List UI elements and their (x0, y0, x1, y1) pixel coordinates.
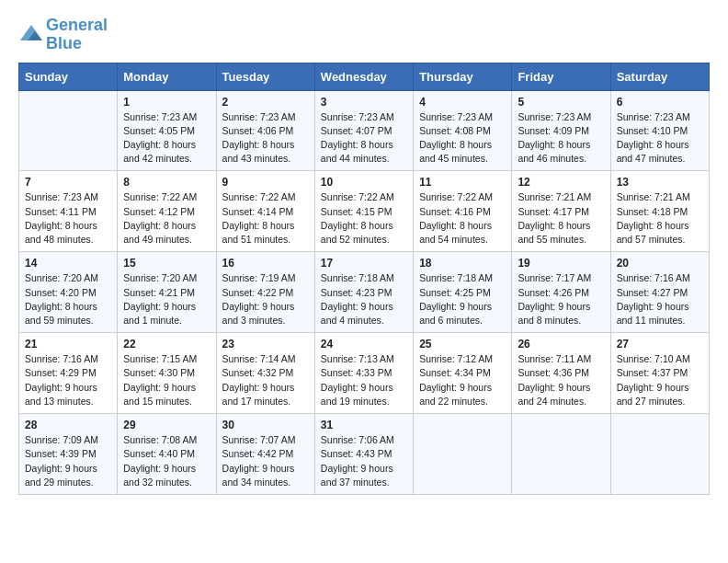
cell-info-line: Daylight: 9 hours (321, 462, 407, 476)
day-number: 23 (222, 338, 309, 350)
header-row: SundayMondayTuesdayWednesdayThursdayFrid… (19, 63, 710, 90)
cell-info-line: Sunrise: 7:07 AM (222, 433, 309, 447)
day-number: 16 (222, 257, 309, 270)
calendar-cell: 26Sunrise: 7:11 AMSunset: 4:36 PMDayligh… (512, 333, 610, 414)
cell-info-line: and 44 minutes. (321, 152, 407, 166)
cell-info-line: and 47 minutes. (617, 152, 703, 166)
cell-info-line: Daylight: 9 hours (123, 381, 210, 395)
page: General Blue SundayMondayTuesdayWednesda… (0, 0, 728, 506)
day-number: 4 (419, 96, 506, 109)
cell-info-line: Sunset: 4:16 PM (419, 205, 506, 219)
calendar-cell: 1Sunrise: 7:23 AMSunset: 4:05 PMDaylight… (118, 90, 216, 171)
cell-info-line: and 32 minutes. (123, 476, 210, 489)
cell-info-line: and 15 minutes. (123, 395, 210, 408)
cell-info-line: and 42 minutes. (123, 152, 210, 166)
cell-info-line: Sunrise: 7:16 AM (25, 352, 111, 366)
calendar-cell: 30Sunrise: 7:07 AMSunset: 4:42 PMDayligh… (216, 414, 314, 495)
cell-info-line: Sunset: 4:30 PM (123, 366, 210, 380)
cell-info-line: Sunrise: 7:17 AM (518, 271, 604, 285)
cell-info-line: and 3 minutes. (222, 314, 309, 327)
header-cell-sunday: Sunday (19, 63, 118, 90)
cell-info-line: Sunset: 4:17 PM (518, 205, 604, 219)
day-number: 18 (419, 257, 506, 270)
day-number: 12 (518, 176, 604, 189)
cell-info-line: Sunrise: 7:21 AM (518, 190, 604, 204)
cell-info-line: and 19 minutes. (321, 395, 407, 408)
cell-info-line: Sunrise: 7:12 AM (419, 352, 506, 366)
cell-info-line: Sunset: 4:18 PM (617, 205, 703, 219)
cell-info-line: Sunset: 4:23 PM (321, 286, 407, 300)
cell-info-line: Sunrise: 7:23 AM (25, 190, 111, 204)
calendar-cell: 27Sunrise: 7:10 AMSunset: 4:37 PMDayligh… (610, 333, 709, 414)
cell-info-line: Sunset: 4:12 PM (123, 205, 210, 219)
cell-info-line: Daylight: 8 hours (123, 138, 210, 152)
cell-info-line: Sunset: 4:06 PM (222, 124, 309, 138)
header-cell-thursday: Thursday (414, 63, 512, 90)
calendar-week-1: 1Sunrise: 7:23 AMSunset: 4:05 PMDaylight… (19, 90, 710, 171)
cell-info-line: Sunrise: 7:23 AM (419, 110, 506, 124)
cell-info-line: and 17 minutes. (222, 395, 309, 408)
cell-info-line: and 57 minutes. (617, 233, 703, 247)
header-cell-wednesday: Wednesday (314, 63, 413, 90)
day-number: 5 (518, 96, 604, 109)
cell-info-line: Daylight: 8 hours (222, 138, 309, 152)
cell-info-line: Sunrise: 7:23 AM (123, 110, 210, 124)
cell-info-line: Daylight: 8 hours (419, 138, 506, 152)
calendar-cell: 29Sunrise: 7:08 AMSunset: 4:40 PMDayligh… (118, 414, 216, 495)
day-number: 11 (419, 176, 506, 189)
cell-info-line: Daylight: 8 hours (617, 138, 703, 152)
calendar-cell: 13Sunrise: 7:21 AMSunset: 4:18 PMDayligh… (610, 171, 709, 252)
cell-info-line: Daylight: 8 hours (25, 219, 111, 233)
cell-info-line: Daylight: 8 hours (518, 138, 604, 152)
cell-info-line: and 22 minutes. (419, 395, 506, 408)
cell-info-line: Sunrise: 7:23 AM (321, 110, 407, 124)
cell-info-line: Sunset: 4:42 PM (222, 447, 309, 461)
cell-info-line: and 4 minutes. (321, 314, 407, 327)
calendar-week-4: 21Sunrise: 7:16 AMSunset: 4:29 PMDayligh… (19, 333, 710, 414)
day-number: 8 (123, 176, 210, 189)
cell-info-line: Sunrise: 7:23 AM (518, 110, 604, 124)
cell-info-line: Sunset: 4:39 PM (25, 447, 111, 461)
cell-info-line: Daylight: 8 hours (518, 219, 604, 233)
cell-info-line: Sunrise: 7:18 AM (321, 271, 407, 285)
cell-info-line: Sunset: 4:22 PM (222, 286, 309, 300)
cell-info-line: Sunset: 4:05 PM (123, 124, 210, 138)
day-number: 2 (222, 96, 309, 109)
logo-text: General Blue (46, 17, 108, 53)
cell-info-line: Daylight: 8 hours (25, 300, 111, 314)
cell-info-line: Sunrise: 7:16 AM (617, 271, 703, 285)
cell-info-line: and 6 minutes. (419, 314, 506, 327)
cell-info-line: Sunset: 4:20 PM (25, 286, 111, 300)
calendar-cell: 31Sunrise: 7:06 AMSunset: 4:43 PMDayligh… (314, 414, 413, 495)
calendar-cell: 6Sunrise: 7:23 AMSunset: 4:10 PMDaylight… (610, 90, 709, 171)
day-number: 31 (321, 419, 407, 431)
cell-info-line: Sunset: 4:07 PM (321, 124, 407, 138)
cell-info-line: Daylight: 9 hours (222, 300, 309, 314)
day-number: 29 (123, 419, 210, 431)
header-cell-tuesday: Tuesday (216, 63, 314, 90)
calendar-cell: 4Sunrise: 7:23 AMSunset: 4:08 PMDaylight… (414, 90, 512, 171)
day-number: 25 (419, 338, 506, 350)
calendar-week-3: 14Sunrise: 7:20 AMSunset: 4:20 PMDayligh… (19, 252, 710, 333)
cell-info-line: Sunset: 4:34 PM (419, 366, 506, 380)
cell-info-line: Sunset: 4:15 PM (321, 205, 407, 219)
cell-info-line: Daylight: 9 hours (419, 381, 506, 395)
cell-info-line: Sunrise: 7:10 AM (617, 352, 703, 366)
cell-info-line: Sunset: 4:36 PM (518, 366, 604, 380)
calendar-cell: 28Sunrise: 7:09 AMSunset: 4:39 PMDayligh… (19, 414, 118, 495)
cell-info-line: and 13 minutes. (25, 395, 111, 408)
cell-info-line: Sunset: 4:14 PM (222, 205, 309, 219)
calendar-cell: 20Sunrise: 7:16 AMSunset: 4:27 PMDayligh… (610, 252, 709, 333)
day-number: 10 (321, 176, 407, 189)
calendar-cell: 21Sunrise: 7:16 AMSunset: 4:29 PMDayligh… (19, 333, 118, 414)
day-number: 7 (25, 176, 111, 189)
cell-info-line: Daylight: 9 hours (222, 462, 309, 476)
cell-info-line: Sunrise: 7:06 AM (321, 433, 407, 447)
day-number: 27 (617, 338, 703, 350)
calendar-cell (414, 414, 512, 495)
cell-info-line: Sunrise: 7:18 AM (419, 271, 506, 285)
cell-info-line: Sunset: 4:37 PM (617, 366, 703, 380)
cell-info-line: Daylight: 8 hours (321, 138, 407, 152)
calendar-cell: 3Sunrise: 7:23 AMSunset: 4:07 PMDaylight… (314, 90, 413, 171)
logo-icon (18, 22, 44, 48)
